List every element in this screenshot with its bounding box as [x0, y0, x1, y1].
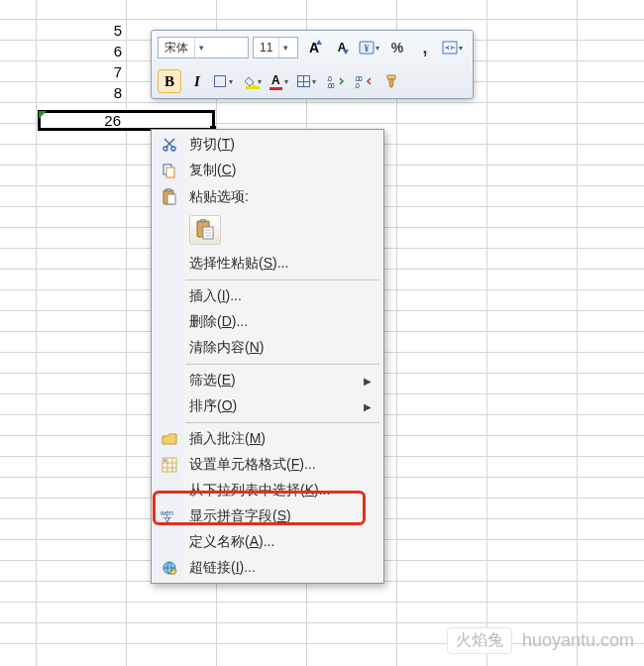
- chevron-down-icon: ▾: [278, 38, 292, 57]
- accounting-format-button[interactable]: ¥ ▾: [358, 36, 381, 59]
- menu-label: 剪切(T): [189, 136, 235, 154]
- bold-icon: B: [164, 73, 174, 90]
- grow-font-button[interactable]: A: [302, 36, 326, 59]
- comma-icon: ,: [422, 43, 427, 53]
- fill-color-button[interactable]: ▾: [241, 69, 265, 93]
- menu-sort[interactable]: 排序(O) ▶: [154, 393, 381, 419]
- hyperlink-icon: [160, 558, 179, 578]
- font-color-button[interactable]: A▾: [268, 69, 292, 93]
- merge-center-button[interactable]: ▾: [441, 36, 465, 59]
- menu-label: 从下拉列表中选择(K)...: [189, 482, 330, 500]
- format-painter-button[interactable]: [379, 69, 403, 93]
- watermark-cn: 火焰兔: [447, 627, 512, 654]
- menu-format-cells[interactable]: 设置单元格格式(F)...: [154, 452, 381, 478]
- menu-label: 显示拼音字段(S): [189, 507, 291, 525]
- menu-label: 超链接(I)...: [189, 559, 256, 577]
- mini-toolbar: 宋体 ▾ 11 ▾ A A ¥ ▾ % , ▾ B I ▾: [151, 30, 474, 99]
- menu-separator: [185, 279, 379, 280]
- menu-copy[interactable]: 复制(C): [154, 158, 381, 183]
- menu-insert-comment[interactable]: 插入批注(M): [154, 426, 381, 452]
- svg-text:.0: .0: [355, 82, 360, 88]
- menu-label: 选择性粘贴(S)...: [189, 255, 288, 273]
- menu-paste-options-header: 粘贴选项:: [154, 183, 381, 211]
- watermark-url: huoyantu.com: [522, 630, 634, 651]
- selected-cell-value: 26: [45, 112, 121, 129]
- currency-icon: ¥: [359, 40, 375, 56]
- menu-show-phonetic[interactable]: wén文 显示拼音字段(S): [154, 503, 381, 529]
- svg-text:.00: .00: [327, 82, 335, 88]
- format-cells-icon: [160, 455, 179, 475]
- italic-button[interactable]: I: [185, 69, 209, 93]
- chevron-down-icon: ▾: [194, 38, 208, 57]
- shrink-font-button[interactable]: A: [330, 36, 354, 59]
- svg-text:文: 文: [162, 514, 172, 524]
- svg-text:¥: ¥: [365, 43, 370, 54]
- svg-rect-13: [167, 194, 175, 204]
- scissors-icon: [160, 135, 179, 155]
- cell-value[interactable]: 7: [36, 63, 126, 80]
- font-size-combo[interactable]: 11 ▾: [253, 37, 298, 58]
- menu-label: 删除(D)...: [189, 313, 248, 331]
- menu-label: 插入批注(M): [189, 430, 266, 448]
- menu-label: 定义名称(A)...: [189, 533, 274, 551]
- clipboard-paste-icon: [195, 219, 215, 241]
- watermark: 火焰兔 huoyantu.com: [447, 627, 634, 654]
- decrease-decimal-button[interactable]: .00.0: [352, 69, 376, 93]
- submenu-arrow-icon: ▶: [364, 401, 372, 412]
- submenu-arrow-icon: ▶: [364, 376, 372, 387]
- border-button[interactable]: ▾: [213, 69, 237, 93]
- menu-separator: [185, 422, 379, 423]
- copy-icon: [160, 161, 179, 180]
- borders-all-button[interactable]: ▾: [296, 69, 320, 93]
- cell-value[interactable]: 8: [36, 84, 126, 101]
- increase-decimal-button[interactable]: .0.00: [324, 69, 348, 93]
- context-menu: 剪切(T) 复制(C) 粘贴选项: 选择性粘贴(S)... 插入(I)... 删…: [151, 129, 384, 584]
- menu-cut[interactable]: 剪切(T): [154, 132, 381, 158]
- svg-text:.00: .00: [355, 75, 363, 82]
- merge-icon: [442, 41, 458, 55]
- border-icon: [214, 75, 226, 87]
- bold-button[interactable]: B: [158, 69, 181, 93]
- menu-label: 复制(C): [189, 162, 236, 179]
- svg-rect-10: [166, 167, 174, 177]
- comma-style-button[interactable]: ,: [413, 36, 437, 59]
- svg-rect-12: [166, 188, 170, 191]
- percent-icon: %: [391, 40, 403, 56]
- menu-label: 清除内容(N): [189, 339, 264, 357]
- paste-default-button[interactable]: [189, 215, 221, 245]
- font-name-combo[interactable]: 宋体 ▾: [158, 37, 249, 58]
- menu-pick-from-list[interactable]: 从下拉列表中选择(K)...: [154, 478, 381, 503]
- phonetic-icon: wén文: [160, 506, 179, 526]
- selected-cell[interactable]: 26: [38, 110, 215, 131]
- menu-paste-special[interactable]: 选择性粘贴(S)...: [154, 251, 381, 277]
- folder-comment-icon: [160, 429, 179, 449]
- svg-point-8: [171, 147, 175, 151]
- menu-delete[interactable]: 删除(D)...: [154, 309, 381, 335]
- font-name-value: 宋体: [159, 40, 194, 56]
- menu-define-name[interactable]: 定义名称(A)...: [154, 529, 381, 555]
- menu-label: 插入(I)...: [189, 287, 242, 305]
- svg-point-7: [163, 147, 167, 151]
- menu-filter[interactable]: 筛选(E) ▶: [154, 368, 381, 393]
- menu-hyperlink[interactable]: 超链接(I)...: [154, 555, 381, 581]
- brush-icon: [383, 73, 399, 89]
- menu-label: 排序(O): [189, 397, 237, 415]
- menu-insert[interactable]: 插入(I)...: [154, 283, 381, 309]
- italic-icon: I: [194, 73, 200, 90]
- percent-button[interactable]: %: [385, 36, 409, 59]
- decrease-decimal-icon: .00.0: [355, 74, 373, 88]
- shrink-font-icon: A: [338, 41, 347, 55]
- clipboard-icon: [160, 187, 179, 207]
- increase-decimal-icon: .0.00: [327, 74, 345, 88]
- cell-value[interactable]: 5: [36, 22, 126, 39]
- menu-label: 设置单元格格式(F)...: [189, 456, 316, 474]
- svg-text:.0: .0: [327, 75, 332, 82]
- svg-rect-15: [201, 219, 205, 222]
- font-size-value: 11: [254, 41, 278, 55]
- menu-label: 粘贴选项:: [189, 188, 249, 206]
- menu-clear-contents[interactable]: 清除内容(N): [154, 335, 381, 361]
- grid-icon: [297, 75, 310, 87]
- paste-options-row: [154, 211, 381, 251]
- menu-separator: [185, 364, 379, 365]
- cell-value[interactable]: 6: [36, 43, 126, 59]
